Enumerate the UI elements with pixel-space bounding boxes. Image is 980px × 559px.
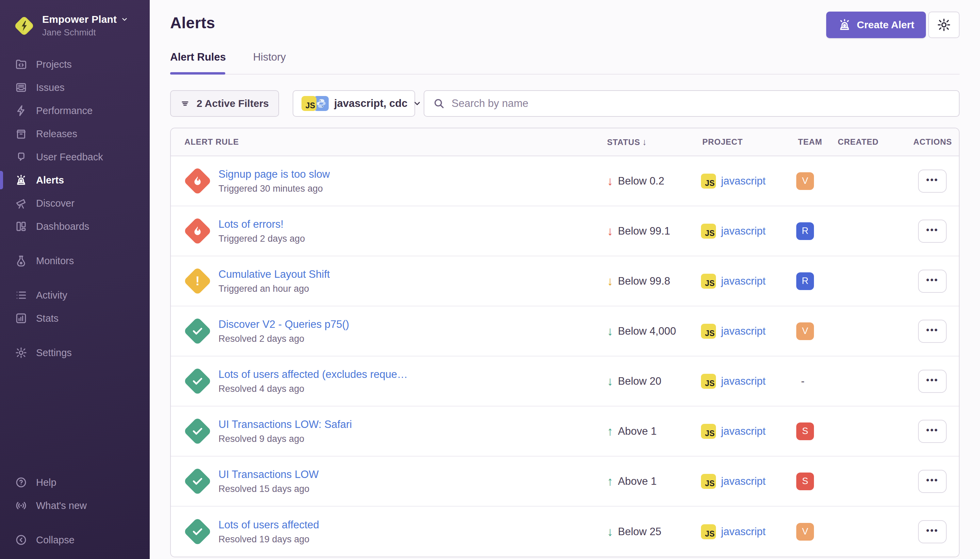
sidebar-item-label: Alerts	[36, 175, 64, 186]
tab-divider	[170, 74, 960, 74]
filter-icon	[180, 98, 190, 109]
alert-rule-link[interactable]: Lots of users affected	[218, 519, 319, 531]
main-content: Alerts Create Alert Alert Rules History …	[150, 0, 980, 559]
project-link[interactable]: javascript	[721, 375, 766, 387]
exclamation-icon: !	[195, 275, 200, 287]
threshold-label: Below 4,000	[618, 325, 676, 337]
table-row[interactable]: ! Lots of users affected Resolved 19 day…	[171, 506, 959, 557]
team-avatar: V	[796, 523, 814, 541]
create-alert-label: Create Alert	[857, 19, 914, 31]
sidebar-item-settings[interactable]: Settings	[0, 341, 150, 364]
sidebar-item-releases[interactable]: Releases	[0, 122, 150, 146]
table-row[interactable]: ! UI Transactions LOW Resolved 15 days a…	[171, 456, 959, 506]
team-avatar: S	[796, 422, 814, 440]
table-row[interactable]: ! Signup page is too slow Triggered 30 m…	[171, 156, 959, 206]
releases-icon	[15, 128, 27, 140]
org-name: Empower Plant	[42, 13, 117, 25]
check-icon	[191, 326, 203, 337]
alert-rule-link[interactable]: Cumulative Layout Shift	[218, 268, 330, 281]
project-selector[interactable]: JS javascript, cdc	[293, 90, 415, 117]
project-badges: JS	[302, 96, 329, 111]
alert-rule-status-text: Resolved 9 days ago	[218, 434, 352, 444]
alert-rule-link[interactable]: Discover V2 - Queries p75()	[218, 318, 349, 331]
javascript-badge-icon: JS	[701, 424, 716, 439]
alert-rule-status-text: Resolved 15 days ago	[218, 484, 319, 495]
sidebar-item-label: Discover	[36, 198, 74, 209]
sidebar-item-stats[interactable]: Stats	[0, 307, 150, 330]
threshold-label: Below 99.8	[618, 275, 670, 287]
row-actions-button[interactable]: •••	[918, 220, 947, 243]
bar-chart-icon	[15, 312, 27, 324]
team-avatar: R	[796, 272, 814, 290]
create-alert-button[interactable]: Create Alert	[826, 12, 926, 38]
sidebar-item-activity[interactable]: Activity	[0, 284, 150, 307]
alert-status-icon: !	[183, 417, 212, 446]
sidebar-item-whats-new[interactable]: What's new	[0, 494, 150, 517]
project-link[interactable]: javascript	[721, 225, 766, 237]
alert-rule-link[interactable]: Lots of errors!	[218, 218, 305, 230]
sidebar-item-help[interactable]: Help	[0, 471, 150, 494]
project-link[interactable]: javascript	[721, 475, 766, 488]
active-filters-button[interactable]: 2 Active Filters	[170, 90, 279, 117]
alert-rule-link[interactable]: UI Transactions LOW: Safari	[218, 418, 352, 431]
threshold-arrow-icon: ↑	[607, 475, 613, 488]
alert-rule-link[interactable]: Lots of users affected (excludes reque…	[218, 368, 408, 380]
page-title: Alerts	[170, 13, 215, 32]
alert-rule-status-text: Triggered an hour ago	[218, 284, 330, 294]
project-link[interactable]: javascript	[721, 526, 766, 538]
dashboards-icon	[15, 220, 27, 233]
row-actions-button[interactable]: •••	[918, 370, 947, 393]
project-selector-label: javascript, cdc	[334, 98, 408, 110]
table-row[interactable]: ! Lots of users affected (excludes reque…	[171, 356, 959, 407]
sidebar-item-dashboards[interactable]: Dashboards	[0, 215, 150, 238]
tab-alert-rules[interactable]: Alert Rules	[170, 51, 226, 72]
javascript-badge-icon: JS	[701, 224, 716, 239]
sidebar-item-issues[interactable]: Issues	[0, 76, 150, 99]
project-link[interactable]: javascript	[721, 275, 766, 287]
row-actions-button[interactable]: •••	[918, 270, 947, 293]
sidebar-item-label: Issues	[36, 82, 64, 93]
alert-rule-link[interactable]: Signup page is too slow	[218, 168, 330, 180]
tab-history[interactable]: History	[253, 51, 286, 72]
search-input[interactable]	[452, 98, 950, 110]
row-actions-button[interactable]: •••	[918, 170, 947, 193]
row-actions-button[interactable]: •••	[918, 420, 947, 443]
sidebar-item-performance[interactable]: Performance	[0, 99, 150, 122]
project-link[interactable]: javascript	[721, 425, 766, 437]
table-row[interactable]: ! Lots of errors! Triggered 2 days ago ↓…	[171, 206, 959, 256]
tab-bar: Alert Rules History	[170, 51, 286, 72]
alert-rule-status-text: Resolved 2 days ago	[218, 334, 349, 344]
settings-button[interactable]	[928, 12, 960, 38]
sidebar-item-monitors[interactable]: Monitors	[0, 249, 150, 272]
row-actions-button[interactable]: •••	[918, 320, 947, 343]
table-row[interactable]: ! Discover V2 - Queries p75() Resolved 2…	[171, 306, 959, 356]
flame-icon	[191, 175, 203, 187]
alert-rule-status-text: Triggered 30 minutes ago	[218, 184, 330, 194]
row-actions-button[interactable]: •••	[918, 470, 947, 493]
sidebar-item-collapse[interactable]: Collapse	[0, 528, 150, 551]
row-actions-button[interactable]: •••	[918, 520, 947, 543]
column-header-status[interactable]: STATUS↓	[607, 137, 647, 147]
sidebar-item-user-feedback[interactable]: User Feedback	[0, 146, 150, 169]
project-link[interactable]: javascript	[721, 175, 766, 187]
table-row[interactable]: ! UI Transactions LOW: Safari Resolved 9…	[171, 407, 959, 456]
project-link[interactable]: javascript	[721, 325, 766, 337]
org-switcher[interactable]: Empower Plant Jane Schmidt	[0, 0, 150, 38]
sidebar-item-projects[interactable]: Projects	[0, 53, 150, 76]
siren-icon	[838, 18, 851, 31]
check-icon	[191, 425, 203, 437]
gear-icon	[15, 347, 27, 359]
alert-rule-status-text: Resolved 19 days ago	[218, 534, 319, 545]
sidebar-item-label: Settings	[36, 347, 72, 359]
sidebar-item-discover[interactable]: Discover	[0, 192, 150, 215]
filter-bar: 2 Active Filters JS javascript, cdc	[170, 90, 960, 117]
sidebar-item-label: Monitors	[36, 255, 74, 266]
ellipsis-icon: •••	[926, 480, 939, 483]
telescope-icon	[15, 197, 27, 209]
table-row[interactable]: ! Cumulative Layout Shift Triggered an h…	[171, 256, 959, 306]
alert-rule-link[interactable]: UI Transactions LOW	[218, 468, 319, 481]
sidebar: Empower Plant Jane Schmidt Projects Issu…	[0, 0, 150, 559]
check-icon	[191, 476, 203, 487]
sidebar-item-alerts[interactable]: Alerts	[0, 169, 150, 192]
ellipsis-icon: •••	[926, 430, 939, 433]
